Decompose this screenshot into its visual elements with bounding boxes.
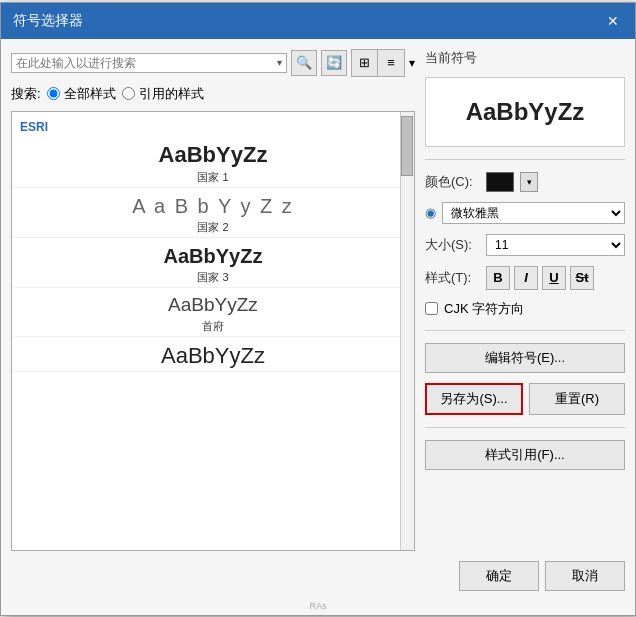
- list-item[interactable]: AaBbYyZz 首府: [12, 288, 414, 337]
- referenced-styles-label[interactable]: 引用的样式: [122, 85, 204, 103]
- view-more-arrow[interactable]: ▾: [409, 56, 415, 70]
- title-bar: 符号选择器 ✕: [1, 3, 635, 39]
- bottom-row: 确定 取消: [1, 561, 635, 601]
- symbol-list-inner: ESRI AaBbYyZz 国家 1 A a B b Y y Z z 国家 2 …: [12, 112, 414, 377]
- dialog-body: ▾ 🔍 🔄 ⊞ ≡ ▾ 搜索: 全部样式 引用的样式: [1, 39, 635, 561]
- symbol-name: 国家 1: [22, 170, 404, 185]
- current-symbol-preview: AaBbYyZz: [425, 77, 625, 147]
- close-button[interactable]: ✕: [603, 11, 623, 31]
- all-styles-label[interactable]: 全部样式: [47, 85, 116, 103]
- cjk-label: CJK 字符方向: [444, 300, 524, 318]
- current-symbol-text: AaBbYyZz: [466, 98, 585, 126]
- save-as-btn[interactable]: 另存为(S)...: [425, 383, 523, 415]
- strikethrough-btn[interactable]: St: [570, 266, 594, 290]
- symbol-preview: AaBbYyZz: [22, 294, 404, 317]
- scrollbar-thumb[interactable]: [401, 116, 413, 176]
- size-row: 大小(S): 11: [425, 234, 625, 256]
- list-item[interactable]: A a B b Y y Z z 国家 2: [12, 188, 414, 238]
- cancel-btn[interactable]: 取消: [545, 561, 625, 591]
- color-dropdown-btn[interactable]: ▾: [520, 172, 538, 192]
- list-item[interactable]: AaBbYyZz 国家 3: [12, 238, 414, 288]
- underline-btn[interactable]: U: [542, 266, 566, 290]
- save-reset-row: 另存为(S)... 重置(R): [425, 383, 625, 415]
- list-item[interactable]: AaBbYyZz 国家 1: [12, 136, 414, 188]
- symbol-name: 首府: [22, 319, 404, 334]
- style-ref-btn[interactable]: 样式引用(F)...: [425, 440, 625, 470]
- divider-1: [425, 159, 625, 160]
- cjk-row: CJK 字符方向: [425, 300, 625, 318]
- symbol-name: 国家 3: [22, 270, 404, 285]
- view-toggle-group: ⊞ ≡: [351, 49, 405, 77]
- font-icon: ◉: [425, 205, 436, 220]
- left-panel: ▾ 🔍 🔄 ⊞ ≡ ▾ 搜索: 全部样式 引用的样式: [11, 49, 415, 551]
- right-panel: 当前符号 AaBbYyZz 颜色(C): ▾ ◉ 微软雅黑 大小(S):: [425, 49, 625, 551]
- referenced-styles-radio[interactable]: [122, 87, 135, 100]
- current-symbol-label: 当前符号: [425, 49, 625, 67]
- search-dropdown-arrow[interactable]: ▾: [277, 57, 282, 68]
- reset-search-icon-btn[interactable]: 🔄: [321, 50, 347, 76]
- symbol-selector-dialog: 符号选择器 ✕ ▾ 🔍 🔄 ⊞ ≡ ▾ 搜索:: [0, 2, 636, 616]
- color-label: 颜色(C):: [425, 173, 480, 191]
- symbol-preview: AaBbYyZz: [22, 343, 404, 369]
- dialog-title: 符号选择器: [13, 12, 83, 30]
- divider-2: [425, 330, 625, 331]
- esri-group-label: ESRI: [12, 116, 414, 136]
- style-label: 样式(T):: [425, 269, 480, 287]
- scrollbar-track[interactable]: [400, 112, 414, 550]
- all-styles-radio[interactable]: [47, 87, 60, 100]
- color-swatch[interactable]: [486, 172, 514, 192]
- size-select[interactable]: 11: [486, 234, 625, 256]
- search-input-wrapper[interactable]: ▾: [11, 53, 287, 73]
- size-label: 大小(S):: [425, 236, 480, 254]
- divider-3: [425, 427, 625, 428]
- color-row: 颜色(C): ▾: [425, 172, 625, 192]
- font-select[interactable]: 微软雅黑: [442, 202, 625, 224]
- symbol-preview: AaBbYyZz: [22, 142, 404, 168]
- bold-btn[interactable]: B: [486, 266, 510, 290]
- edit-symbol-btn[interactable]: 编辑符号(E)...: [425, 343, 625, 373]
- italic-btn[interactable]: I: [514, 266, 538, 290]
- text-style-row: 样式(T): B I U St: [425, 266, 625, 290]
- symbol-name: 国家 2: [22, 220, 404, 235]
- reset-btn[interactable]: 重置(R): [529, 383, 625, 415]
- search-input[interactable]: [16, 56, 277, 70]
- font-row: ◉ 微软雅黑: [425, 202, 625, 224]
- symbol-preview: AaBbYyZz: [22, 244, 404, 268]
- style-filter-row: 搜索: 全部样式 引用的样式: [11, 85, 415, 103]
- ok-btn[interactable]: 确定: [459, 561, 539, 591]
- grid-view-btn[interactable]: ⊞: [352, 50, 378, 76]
- style-buttons: B I U St: [486, 266, 594, 290]
- cjk-checkbox[interactable]: [425, 302, 438, 315]
- list-view-btn[interactable]: ≡: [378, 50, 404, 76]
- symbol-list[interactable]: ESRI AaBbYyZz 国家 1 A a B b Y y Z z 国家 2 …: [11, 111, 415, 551]
- search-row: ▾ 🔍 🔄 ⊞ ≡ ▾: [11, 49, 415, 77]
- search-icon-btn[interactable]: 🔍: [291, 50, 317, 76]
- watermark: RAs: [1, 601, 635, 615]
- search-label: 搜索:: [11, 85, 41, 103]
- list-item[interactable]: AaBbYyZz: [12, 337, 414, 372]
- symbol-preview: A a B b Y y Z z: [22, 194, 404, 218]
